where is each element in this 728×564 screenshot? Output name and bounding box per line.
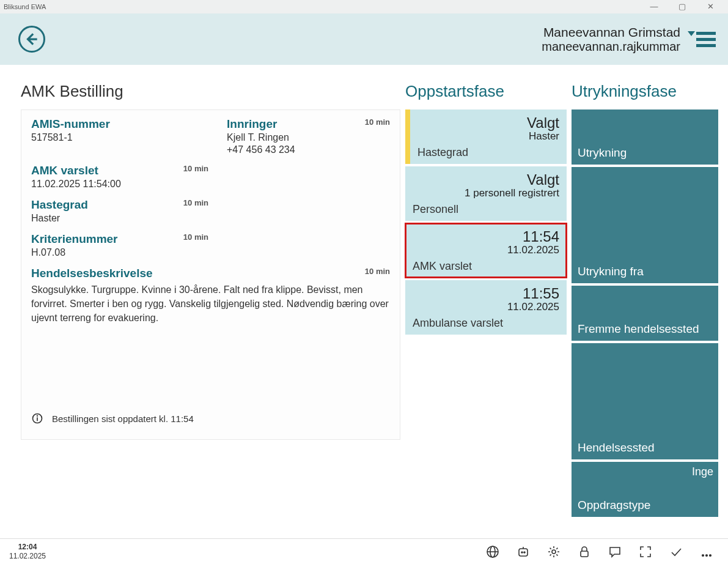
- gear-icon: [546, 544, 561, 559]
- confirm-button[interactable]: [661, 544, 691, 559]
- window-maximize-button[interactable]: ▢: [668, 0, 696, 13]
- card-top: 11:55: [413, 285, 559, 302]
- card-sub: 1 personell registrert: [413, 187, 559, 199]
- field-amis: AMIS-nummer 517581-1: [31, 117, 227, 155]
- tile-oppdragstype[interactable]: Inge Oppdragstype: [572, 462, 718, 517]
- tile-utrykning-fra[interactable]: Utrykning fra: [572, 167, 718, 283]
- tile-corner-text: Inge: [692, 466, 713, 478]
- field-hastegrad: Hastegrad 10 min Haster: [31, 198, 227, 224]
- app-header: Maneevannan Grimstad maneevannan.rajkumm…: [0, 13, 728, 65]
- innringer-name: Kjell T. Ringen: [227, 132, 390, 143]
- tile-utrykning[interactable]: Utrykning: [572, 109, 718, 165]
- fullscreen-button[interactable]: [630, 544, 661, 559]
- svg-point-7: [521, 552, 523, 553]
- tile-label: Hendelsessted: [578, 441, 655, 455]
- utrykningsfase-column: Utrykningsfase Utrykning Utrykning fra F…: [572, 65, 718, 538]
- user-login-name: maneevannan.rajkummar: [542, 40, 680, 54]
- field-value: 517581-1: [31, 132, 227, 143]
- field-label: AMIS-nummer: [31, 117, 227, 131]
- card-ambulanse-varslet[interactable]: 11:55 11.02.2025 Ambulanse varslet: [405, 280, 567, 335]
- time-badge: 10 min: [183, 232, 208, 246]
- time-badge: 10 min: [183, 198, 208, 212]
- tile-label: Utrykning: [578, 146, 627, 160]
- arrow-left-icon: [24, 31, 40, 47]
- field-label: Innringer: [227, 117, 277, 131]
- svg-point-2: [37, 415, 38, 416]
- svg-point-13: [706, 554, 708, 556]
- bot-icon: [516, 544, 531, 559]
- window-titlebar: Bliksund EWA — ▢ ✕: [0, 0, 728, 13]
- window-close-button[interactable]: ✕: [696, 0, 724, 13]
- dots-icon: [699, 544, 714, 559]
- field-label: Hastegrad: [31, 198, 88, 212]
- user-info: Maneevannan Grimstad maneevannan.rajkumm…: [542, 25, 680, 54]
- field-kriterienummer: Kriterienummer 10 min H.07.08: [31, 232, 227, 258]
- hamburger-icon: [696, 32, 716, 47]
- tile-label: Utrykning fra: [578, 265, 644, 278]
- card-foot: Hastegrad: [417, 146, 559, 159]
- lock-icon: [577, 544, 592, 559]
- field-value: H.07.08: [31, 247, 227, 258]
- card-top: Valgt: [413, 171, 559, 188]
- card-hastegrad[interactable]: Valgt Haster Hastegrad: [405, 109, 567, 164]
- svg-point-12: [702, 554, 704, 556]
- svg-rect-11: [581, 551, 588, 557]
- svg-point-8: [524, 552, 525, 553]
- window-title: Bliksund EWA: [4, 3, 46, 10]
- oppstartsfase-column: Oppstartsfase Valgt Haster Hastegrad Val…: [400, 65, 572, 538]
- card-foot: Personell: [413, 203, 559, 216]
- card-personell[interactable]: Valgt 1 personell registrert Personell: [405, 166, 567, 221]
- section-title-oppstart: Oppstartsfase: [405, 82, 567, 101]
- hendelse-text: Skogsulykke. Turgruppe. Kvinne i 30-åren…: [31, 283, 390, 325]
- last-updated-line: Bestillingen sist oppdatert kl. 11:54: [31, 412, 194, 425]
- card-top: 11:54: [413, 228, 559, 245]
- section-title-amk: AMK Bestilling: [21, 82, 400, 101]
- main-content: AMK Bestilling AMIS-nummer 517581-1 Innr…: [0, 65, 728, 538]
- field-amk-varslet: AMK varslet 10 min 11.02.2025 11:54:00: [31, 164, 227, 190]
- bottom-toolbar: 12:04 11.02.2025: [0, 538, 728, 564]
- more-button[interactable]: [691, 544, 722, 559]
- field-innringer: Innringer 10 min Kjell T. Ringen +47 456…: [227, 117, 390, 155]
- field-hendelse: Hendelsesbeskrivelse 10 min Skogsulykke.…: [31, 267, 390, 325]
- amk-panel: AMIS-nummer 517581-1 Innringer 10 min Kj…: [21, 109, 400, 440]
- window-minimize-button[interactable]: —: [640, 0, 668, 13]
- card-amk-varslet[interactable]: 11:54 11.02.2025 AMK varslet: [405, 223, 567, 278]
- globe-button[interactable]: [477, 544, 508, 559]
- card-foot: Ambulanse varslet: [413, 317, 559, 330]
- tile-fremme-hendelsessted[interactable]: Fremme hendelsessted: [572, 286, 718, 341]
- field-label: Kriterienummer: [31, 232, 118, 246]
- card-sub: 11.02.2025: [413, 244, 559, 256]
- check-icon: [669, 544, 683, 559]
- fullscreen-icon: [638, 544, 653, 559]
- back-button[interactable]: [18, 26, 45, 53]
- user-display-name: Maneevannan Grimstad: [542, 25, 680, 40]
- clock-block: 12:04 11.02.2025: [6, 543, 49, 560]
- lock-button[interactable]: [569, 544, 600, 559]
- card-foot: AMK varslet: [413, 260, 559, 273]
- field-label: Hendelsesbeskrivelse: [31, 267, 153, 280]
- field-value: 11.02.2025 11:54:00: [31, 179, 227, 190]
- card-sub: Haster: [417, 130, 559, 143]
- time-badge: 10 min: [183, 164, 208, 177]
- section-title-utrykning: Utrykningsfase: [572, 82, 718, 101]
- dropdown-triangle-icon: [688, 31, 695, 36]
- main-menu-button[interactable]: [688, 32, 716, 47]
- svg-point-10: [552, 550, 556, 554]
- chat-button[interactable]: [600, 544, 630, 559]
- chat-icon: [608, 544, 622, 559]
- tile-hendelsessted[interactable]: Hendelsessted: [572, 343, 718, 459]
- settings-button[interactable]: [539, 544, 569, 559]
- globe-icon: [485, 544, 500, 559]
- info-icon: [31, 412, 43, 425]
- bot-button[interactable]: [508, 544, 539, 559]
- field-value: Haster: [31, 213, 227, 224]
- clock-date: 11.02.2025: [6, 552, 49, 560]
- svg-point-14: [710, 554, 711, 556]
- time-badge: 10 min: [365, 117, 390, 131]
- tile-label: Fremme hendelsessted: [578, 322, 699, 336]
- card-top: Valgt: [417, 114, 559, 132]
- svg-rect-6: [519, 549, 528, 556]
- clock-time: 12:04: [6, 543, 49, 551]
- card-sub: 11.02.2025: [413, 301, 559, 313]
- last-updated-text: Bestillingen sist oppdatert kl. 11:54: [52, 414, 194, 424]
